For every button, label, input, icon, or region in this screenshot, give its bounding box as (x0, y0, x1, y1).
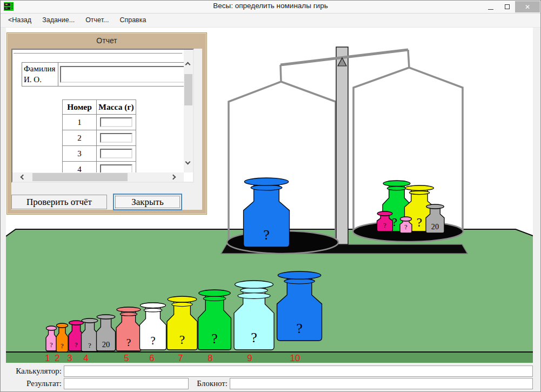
svg-text:?: ? (75, 341, 77, 349)
weight-number-label: 7 (178, 353, 183, 363)
mass-table-row: 2 (62, 130, 136, 146)
horizontal-scroll-thumb[interactable] (32, 173, 128, 181)
weight-number-label: 5 (124, 353, 129, 363)
menu-bar: <НазадЗадание...Отчет...Справка (1, 13, 540, 28)
scroll-left-icon[interactable] (21, 175, 26, 180)
svg-text:20: 20 (431, 222, 439, 231)
mass-table-row: 4 (62, 162, 136, 172)
calculator-input[interactable] (64, 366, 533, 377)
window-title: Весы: определить номиналы гирь (213, 2, 328, 10)
report-form-panel: Фамилия И. О. Номер Масса (г) 1234 (11, 49, 194, 183)
menu-item-3[interactable]: Справка (114, 14, 151, 27)
mass-input-1[interactable] (100, 117, 132, 127)
svg-text:?: ? (126, 337, 131, 348)
col-number-header: Номер (62, 99, 97, 115)
weight-number-cell: 3 (62, 145, 97, 162)
menu-item-2[interactable]: Отчет... (80, 14, 114, 27)
weight-shelf[interactable]: ? (140, 303, 166, 350)
check-report-button[interactable]: Проверить отчёт (11, 195, 107, 209)
weight-number-label: 1 (45, 353, 50, 363)
weight-shelf[interactable]: ? (167, 296, 197, 350)
vertical-scroll-thumb[interactable] (184, 74, 192, 105)
minimize-icon (488, 9, 493, 10)
surname-cell (58, 62, 184, 87)
menu-item-1[interactable]: Задание... (37, 14, 80, 27)
svg-text:?: ? (251, 330, 257, 346)
notepad-label: Блокнот: (193, 379, 228, 388)
svg-text:?: ? (296, 321, 303, 336)
weight-shelf[interactable]: ? (46, 326, 57, 351)
result-label: Результат: (1, 379, 62, 388)
mass-table-row: 1 (62, 115, 136, 130)
maximize-icon (505, 4, 510, 9)
vertical-scrollbar[interactable] (184, 50, 193, 172)
mass-cell (96, 114, 136, 130)
scale-post (336, 47, 348, 244)
svg-text:20: 20 (102, 340, 110, 349)
bottom-panel: Калькулятор: Результат: Блокнот: (1, 363, 540, 392)
menu-item-0[interactable]: <Назад (3, 14, 37, 27)
close-window-button[interactable]: ✕ (515, 1, 540, 12)
svg-text:?: ? (263, 227, 270, 243)
surname-input[interactable] (60, 66, 184, 83)
mass-input-2[interactable] (100, 133, 132, 143)
svg-text:?: ? (404, 223, 407, 231)
svg-text:?: ? (383, 222, 386, 229)
mass-cell (96, 161, 136, 172)
notepad-input[interactable] (230, 378, 533, 389)
mass-input-4[interactable] (100, 164, 132, 172)
dialog-client-area: Фамилия И. О. Номер Масса (г) 1234 (11, 49, 202, 210)
weight-number-cell: 4 (62, 161, 97, 172)
weight-number-label: 3 (67, 353, 72, 363)
mass-table: Номер Масса (г) 1234 (62, 100, 136, 172)
dialog-title: Отчет (7, 33, 206, 48)
mass-table-header: Номер Масса (г) (62, 100, 136, 115)
app-icon (4, 2, 14, 11)
svg-text:?: ? (417, 215, 422, 229)
mass-input-3[interactable] (100, 149, 132, 158)
svg-text:?: ? (50, 341, 52, 349)
mass-cell (96, 130, 136, 146)
weight-number-label: 9 (247, 353, 252, 363)
result-input[interactable] (64, 378, 189, 389)
title-bar: Весы: определить номиналы гирь ✕ (1, 1, 540, 13)
calculator-label: Калькулятор: (1, 367, 62, 376)
weight-number-cell: 1 (62, 114, 97, 130)
minimize-button[interactable] (483, 1, 499, 12)
weight-right-pan[interactable]: ? (377, 211, 393, 231)
svg-text:?: ? (150, 335, 155, 347)
form-divider (14, 53, 182, 54)
horizontal-scrollbar[interactable] (12, 172, 184, 182)
report-form-content: Фамилия И. О. Номер Масса (г) 1234 (12, 50, 184, 172)
surname-label: Фамилия И. О. (22, 62, 58, 87)
weight-left-pan[interactable]: ? (244, 178, 290, 247)
svg-text:?: ? (61, 342, 63, 350)
mass-table-row: 3 (62, 146, 136, 162)
weight-number-label: 8 (208, 353, 212, 363)
mass-cell (96, 145, 136, 162)
weight-number-label: 4 (83, 353, 88, 363)
weight-right-pan[interactable]: ? (400, 217, 412, 233)
weight-number-cell: 2 (62, 130, 97, 146)
close-dialog-button[interactable]: Закрыть (113, 194, 182, 210)
svg-text:?: ? (88, 341, 91, 349)
weight-number-label: 10 (290, 353, 300, 363)
svg-text:?: ? (179, 333, 185, 347)
app-window: Весы: определить номиналы гирь ✕ <НазадЗ… (0, 0, 541, 392)
maximize-button[interactable] (499, 1, 515, 12)
scroll-down-icon[interactable] (185, 160, 191, 165)
scroll-up-icon[interactable] (185, 62, 191, 68)
scroll-right-icon[interactable] (171, 175, 176, 180)
weight-number-label: 6 (149, 353, 154, 363)
svg-text:?: ? (211, 331, 217, 347)
weight-number-label: 2 (55, 353, 59, 363)
report-dialog: Отчет Фамилия И. О. Номер Масса (г) 1234 (6, 32, 207, 215)
col-mass-header: Масса (г) (96, 99, 136, 115)
